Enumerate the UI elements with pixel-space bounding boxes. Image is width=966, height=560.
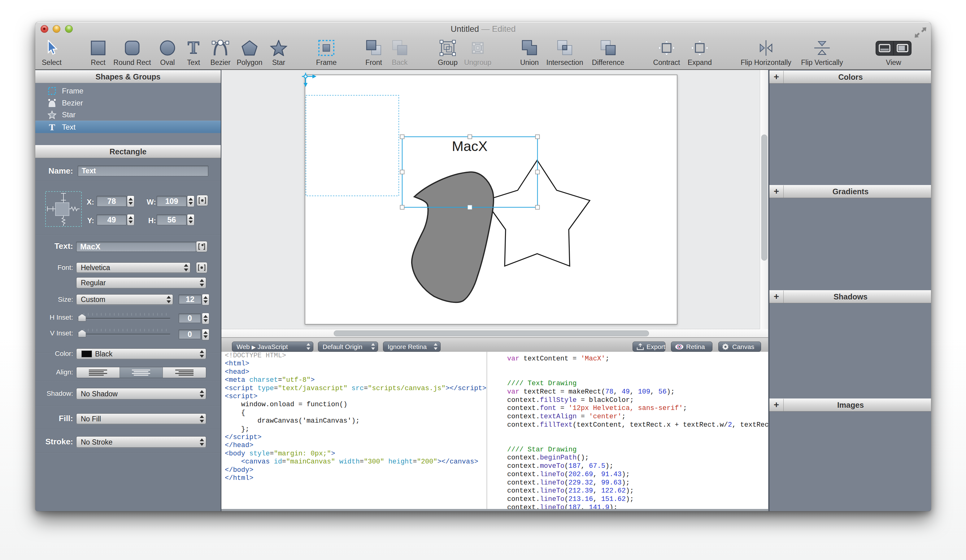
svg-text:T: T [187, 40, 199, 56]
svg-text:T: T [49, 123, 55, 131]
svg-text:MacX: MacX [452, 138, 487, 154]
